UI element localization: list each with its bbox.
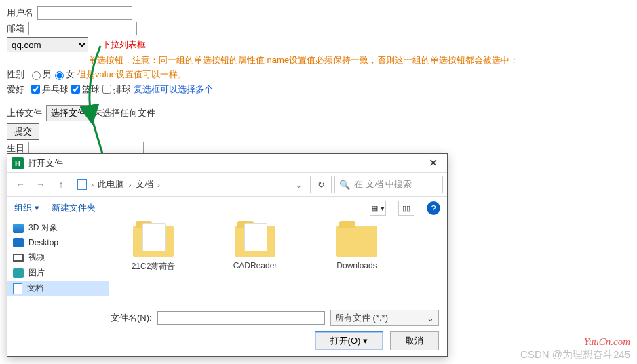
- open-button[interactable]: 打开(O) ▾: [315, 331, 383, 350]
- note-dropdown: 下拉列表框: [102, 39, 146, 51]
- desktop-icon: [13, 238, 24, 247]
- hobby-pingpong-check[interactable]: [31, 85, 40, 94]
- email-label: 邮箱: [7, 22, 24, 35]
- folder-icon: [133, 226, 174, 257]
- picture-icon: [13, 268, 24, 278]
- new-folder-button[interactable]: 新建文件夹: [52, 202, 96, 214]
- search-placeholder: 在 文档 中搜索: [354, 178, 412, 190]
- nav-up-icon[interactable]: ↑: [52, 176, 70, 193]
- sidebar-item-pictures[interactable]: 图片: [7, 265, 109, 281]
- close-icon[interactable]: ✕: [423, 157, 443, 169]
- view-mode-button[interactable]: ▦ ▾: [370, 201, 386, 216]
- sidebar: 3D 对象 Desktop 视频 图片 文档: [7, 220, 109, 304]
- csdn-watermark: CSDN @为理想奋斗245: [520, 348, 630, 361]
- refresh-icon[interactable]: ↻: [310, 176, 332, 193]
- folder-item[interactable]: CADReader: [225, 226, 286, 298]
- folder-item[interactable]: 21C2薄荷音: [123, 226, 184, 298]
- folder-icon: [235, 226, 275, 257]
- breadcrumb[interactable]: › 此电脑 › 文档 › ⌄: [73, 176, 307, 193]
- video-icon: [13, 254, 24, 262]
- note-checkbox: 复选框可以选择多个: [134, 83, 213, 96]
- chevron-down-icon[interactable]: ⌄: [295, 180, 303, 190]
- hobby-pingpong-label: 乒乓球: [42, 83, 69, 96]
- gender-female-radio[interactable]: [55, 71, 64, 80]
- doc-icon: [77, 179, 87, 190]
- watermark: YuuCn.com: [584, 336, 630, 348]
- folder-item[interactable]: Downloads: [326, 226, 387, 298]
- hobby-basketball-label: 篮球: [82, 83, 100, 96]
- email-input[interactable]: [28, 22, 137, 35]
- gender-male-radio[interactable]: [32, 71, 41, 80]
- choose-file-button[interactable]: 选择文件: [46, 105, 91, 121]
- filename-input[interactable]: [157, 311, 325, 325]
- submit-button[interactable]: 提交: [7, 123, 39, 140]
- preview-pane-button[interactable]: ▯▯: [398, 201, 414, 216]
- document-icon: [13, 283, 22, 294]
- hobby-basketball-check[interactable]: [71, 85, 80, 94]
- gender-female-label: 女: [66, 68, 75, 81]
- gender-male-label: 男: [43, 68, 52, 81]
- organize-menu[interactable]: 组织 ▾: [14, 202, 39, 214]
- hobby-volleyball-check[interactable]: [102, 85, 111, 94]
- chevron-down-icon: ⌄: [427, 313, 434, 323]
- crumb-pc[interactable]: 此电脑: [98, 178, 124, 190]
- file-status: 未选择任何文件: [94, 107, 155, 119]
- sidebar-item-video[interactable]: 视频: [7, 249, 109, 265]
- chevron-right-icon: ›: [157, 180, 160, 190]
- chevron-right-icon: ›: [91, 180, 94, 190]
- dialog-title: 打开文件: [28, 157, 63, 169]
- upload-label: 上传文件: [7, 107, 42, 119]
- sidebar-item-3d[interactable]: 3D 对象: [7, 220, 109, 236]
- file-list: 21C2薄荷音 CADReader Downloads: [109, 220, 447, 304]
- open-file-dialog: H 打开文件 ✕ ← → ↑ › 此电脑 › 文档 › ⌄ ↻ 🔍 在 文档 中…: [7, 153, 448, 357]
- username-input[interactable]: [37, 6, 132, 20]
- file-filter-select[interactable]: 所有文件 (*.*)⌄: [330, 310, 439, 326]
- search-icon: 🔍: [339, 180, 350, 190]
- crumb-doc[interactable]: 文档: [136, 178, 153, 190]
- app-icon: H: [12, 157, 24, 169]
- cancel-button[interactable]: 取消: [390, 331, 439, 350]
- sidebar-item-desktop[interactable]: Desktop: [7, 236, 109, 249]
- search-input[interactable]: 🔍 在 文档 中搜索: [334, 176, 443, 193]
- username-label: 用户名: [7, 7, 33, 19]
- nav-fwd-icon[interactable]: →: [32, 176, 50, 193]
- note-radio-1: 单选按钮，注意：同一组的单选按钮的属性值 name设置值必须保持一致，否则这一组…: [88, 54, 518, 66]
- chevron-right-icon: ›: [128, 180, 131, 190]
- nav-back-icon[interactable]: ←: [12, 176, 29, 193]
- filename-label: 文件名(N):: [111, 312, 152, 324]
- gender-label: 性别: [7, 68, 24, 81]
- email-domain-select[interactable]: qq.com: [7, 37, 88, 52]
- folder-icon: [336, 226, 377, 257]
- hobby-volleyball-label: 排球: [113, 83, 131, 96]
- hobby-label: 爱好: [7, 83, 24, 96]
- note-radio-2: 但是value设置值可以一样。: [77, 68, 187, 81]
- sidebar-item-documents[interactable]: 文档: [7, 281, 109, 296]
- help-icon[interactable]: ?: [427, 201, 440, 215]
- 3d-icon: [13, 224, 24, 233]
